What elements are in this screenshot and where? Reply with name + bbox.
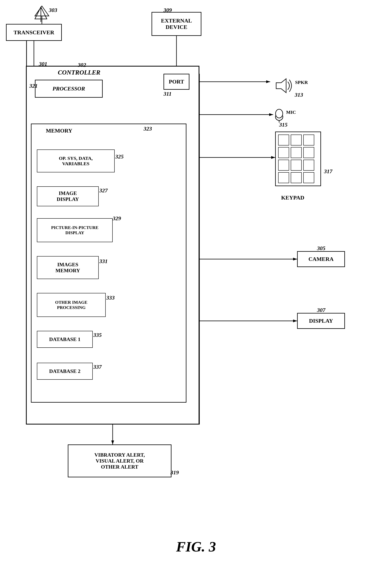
- image-display-label: IMAGE DISPLAY: [57, 190, 79, 202]
- database2-box: DATABASE 2: [37, 363, 93, 380]
- mic-icon: [273, 109, 285, 122]
- speaker-icon: [270, 77, 294, 97]
- display-label: DISPLAY: [309, 318, 333, 324]
- images-memory-label: IMAGES MEMORY: [55, 262, 80, 274]
- other-image-processing-box: OTHER IMAGE PROCESSING: [37, 293, 106, 317]
- other-image-processing-label: OTHER IMAGE PROCESSING: [55, 300, 88, 310]
- key-9: [303, 160, 314, 171]
- database1-label: DATABASE 1: [49, 336, 80, 342]
- key-6: [303, 147, 314, 158]
- ref-309: 309: [164, 7, 172, 13]
- processor-box: PROCESSOR: [35, 80, 103, 98]
- key-5: [291, 147, 302, 158]
- svg-marker-15: [293, 319, 297, 322]
- ref-331: 331: [99, 258, 108, 264]
- ref-319: 319: [171, 469, 179, 476]
- key-8: [291, 160, 302, 171]
- database1-box: DATABASE 1: [37, 331, 93, 348]
- controller-label: CONTROLLER: [58, 69, 100, 76]
- mic-label: MIC: [286, 110, 296, 115]
- ref-333: 333: [106, 295, 115, 301]
- key-1: [278, 135, 289, 145]
- ref-301: 301: [39, 61, 47, 67]
- external-device-box: EXTERNAL DEVICE: [151, 12, 201, 36]
- svg-marker-11: [266, 80, 270, 83]
- key-7: [278, 160, 289, 171]
- external-device-label: EXTERNAL DEVICE: [161, 18, 192, 30]
- key-10: [278, 172, 289, 183]
- ref-302: 302: [78, 62, 86, 68]
- display-box: DISPLAY: [297, 313, 345, 329]
- ref-317: 317: [324, 168, 386, 175]
- svg-marker-17: [271, 156, 275, 159]
- svg-marker-19: [269, 113, 273, 116]
- port-box: PORT: [164, 74, 189, 90]
- ref-337: 337: [93, 364, 102, 370]
- antenna-icon: [31, 6, 51, 26]
- spkr-label: SPKR: [295, 80, 308, 85]
- transceiver-label: TRANSCEIVER: [14, 29, 54, 36]
- pip-display-label: PICTURE-IN-PICTURE DISPLAY: [51, 225, 98, 235]
- keypad-container: 317 KEYPAD: [275, 132, 337, 199]
- key-12: [303, 172, 314, 183]
- opsys-label: OP. SYS, DATA, VARIABLES: [59, 156, 93, 167]
- camera-box: CAMERA: [297, 251, 345, 267]
- key-4: [278, 147, 289, 158]
- image-display-box: IMAGE DISPLAY: [37, 186, 99, 206]
- keypad-label: KEYPAD: [281, 194, 343, 201]
- database2-label: DATABASE 2: [49, 368, 80, 374]
- images-memory-box: IMAGES MEMORY: [37, 256, 99, 279]
- figure-label: FIG. 3: [176, 539, 216, 555]
- ref-305: 305: [317, 245, 325, 252]
- ref-323: 323: [144, 125, 152, 132]
- ref-315: 315: [279, 121, 288, 128]
- port-label: PORT: [169, 78, 184, 85]
- vibratory-alert-box: VIBRATORY ALERT, VISUAL ALERT, OR OTHER …: [68, 444, 172, 477]
- camera-label: CAMERA: [308, 256, 334, 262]
- vibratory-alert-label: VIBRATORY ALERT, VISUAL ALERT, OR OTHER …: [95, 452, 145, 470]
- transceiver-box: TRANSCEIVER: [6, 24, 62, 41]
- ref-327: 327: [99, 187, 108, 194]
- svg-marker-35: [276, 79, 286, 93]
- ref-311: 311: [164, 91, 172, 97]
- key-11: [291, 172, 302, 183]
- svg-point-36: [275, 109, 283, 118]
- ref-325: 325: [115, 153, 124, 160]
- diagram: 303 TRANSCEIVER EXTERNAL DEVICE 309 CONT…: [0, 0, 392, 575]
- key-2: [291, 135, 302, 145]
- svg-marker-27: [111, 440, 114, 444]
- ref-313: 313: [295, 92, 303, 98]
- keypad-grid: [275, 132, 321, 186]
- memory-label: MEMORY: [46, 128, 72, 134]
- ref-321: 321: [29, 83, 38, 89]
- ref-335: 335: [93, 332, 102, 338]
- key-3: [303, 135, 314, 145]
- svg-marker-13: [293, 258, 297, 261]
- ref-307: 307: [317, 307, 325, 313]
- ref-329: 329: [113, 215, 121, 222]
- opsys-box: OP. SYS, DATA, VARIABLES: [37, 149, 115, 172]
- ref-303: 303: [49, 7, 57, 13]
- processor-label: PROCESSOR: [52, 86, 85, 92]
- pip-display-box: PICTURE-IN-PICTURE DISPLAY: [37, 218, 113, 242]
